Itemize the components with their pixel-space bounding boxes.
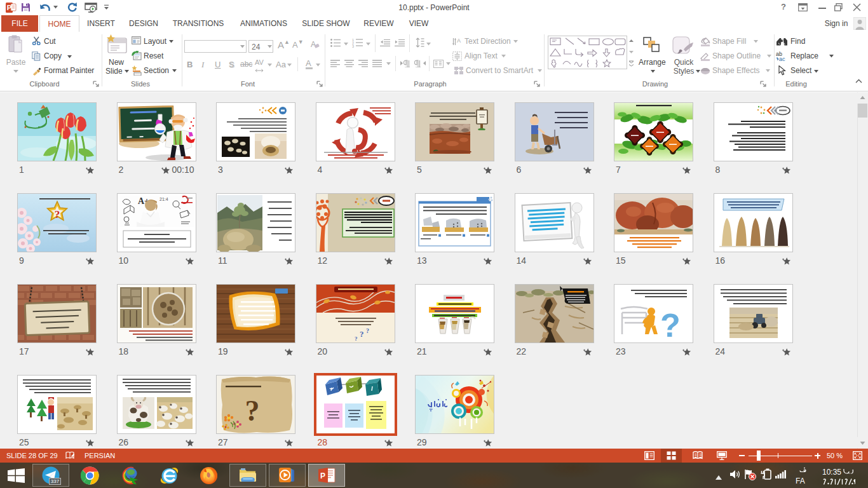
svg-text:ac: ac: [779, 56, 785, 62]
svg-text:A: A: [457, 37, 461, 44]
svg-text:A: A: [311, 40, 316, 49]
svg-text:?: ?: [55, 208, 60, 220]
svg-text:?: ?: [660, 307, 681, 342]
svg-text:?: ?: [245, 395, 260, 427]
svg-text:?: ?: [360, 329, 364, 339]
svg-text:P: P: [320, 471, 325, 480]
svg-text:21:4: 21:4: [159, 197, 168, 201]
svg-text:?: ?: [355, 336, 358, 342]
svg-text:?: ?: [366, 327, 369, 334]
svg-text:3: 3: [352, 44, 354, 48]
